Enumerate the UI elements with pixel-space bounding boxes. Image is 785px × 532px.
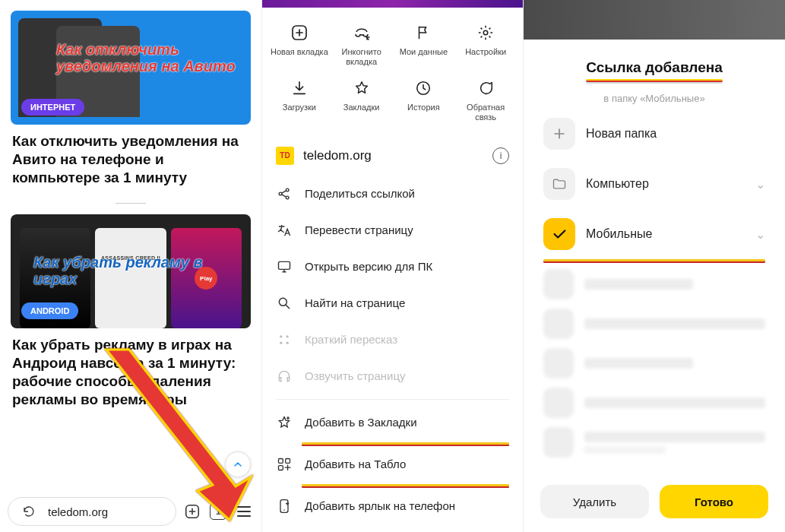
menu-list: Поделиться ссылкой Перевести страницу От… (262, 176, 523, 524)
bookmarks-action[interactable]: Закладки (331, 72, 393, 128)
desktop-version-item[interactable]: Открыть версию для ПК (262, 249, 523, 285)
headphones-icon (276, 368, 293, 385)
settings-action[interactable]: Настройки (454, 17, 517, 72)
svg-rect-14 (279, 458, 283, 463)
gear-icon (476, 23, 495, 43)
browser-page-panel: Как отключить уведомления на Авито ИНТЕР… (0, 0, 261, 532)
chat-icon (476, 78, 495, 98)
svg-point-12 (280, 341, 282, 344)
status-bar-backdrop (262, 0, 523, 8)
menu-label: Перевести страницу (305, 223, 413, 236)
address-bar[interactable]: teledom.org (8, 497, 176, 526)
svg-point-7 (286, 196, 289, 199)
clock-icon (413, 78, 433, 98)
reload-icon[interactable] (19, 502, 39, 521)
share-link-item[interactable]: Поделиться ссылкой (262, 176, 523, 212)
action-buttons-row: Удалить Готово (540, 485, 768, 518)
new-folder-row[interactable]: Новая папка (540, 109, 768, 159)
svg-point-11 (286, 335, 289, 337)
chevron-down-icon: ⌄ (755, 177, 765, 192)
menu-label: Добавить на Табло (305, 458, 406, 470)
plus-square-icon (290, 23, 309, 43)
menu-label: Добавить ярлык на телефон (305, 499, 455, 512)
history-action[interactable]: История (393, 72, 455, 128)
browser-menu-panel: Новая вкладка Инкогнито вкладка Мои данн… (261, 0, 523, 532)
background-banner (524, 0, 785, 40)
incognito-action[interactable]: Инкогнито вкладка (331, 17, 393, 72)
quick-actions-grid: Новая вкладка Инкогнито вкладка Мои данн… (262, 8, 523, 131)
article-thumbnail-2[interactable]: Как убрать рекламу в играх ANDROID (11, 214, 251, 328)
highlight-underline (586, 79, 723, 82)
new-folder-label: Новая папка (586, 127, 765, 141)
menu-divider (276, 399, 509, 400)
plus-icon (543, 118, 575, 150)
info-icon[interactable]: i (492, 147, 509, 164)
quick-label: Обратная связь (456, 103, 515, 122)
svg-point-3 (483, 30, 488, 35)
tab-count: 1 (210, 503, 226, 520)
bookmark-added-panel: Ссылка добавлена в папку «Мобильные» Нов… (523, 0, 785, 532)
thumb-overlay-text: Как убрать рекламу в играх (33, 254, 243, 287)
menu-button[interactable] (234, 502, 254, 521)
svg-point-5 (279, 192, 282, 195)
downloads-action[interactable]: Загрузки (268, 72, 331, 128)
search-icon (276, 295, 293, 312)
highlight-underline (302, 484, 509, 486)
menu-label: Озвучить страницу (305, 369, 406, 382)
scroll-to-top-button[interactable] (225, 451, 251, 477)
folder-label: Мобильные (586, 227, 745, 241)
translate-item[interactable]: Перевести страницу (262, 212, 523, 249)
find-on-page-item[interactable]: Найти на странице (262, 285, 523, 321)
delete-button[interactable]: Удалить (540, 485, 649, 518)
menu-label: Добавить в Закладки (305, 416, 417, 429)
sheet-subtitle: в папку «Мобильные» (540, 93, 768, 104)
category-badge: ANDROID (21, 302, 78, 319)
blurred-bookmarks-list (540, 269, 768, 458)
share-icon (276, 185, 293, 202)
chevron-up-icon (232, 458, 244, 470)
add-shortcut-item[interactable]: Добавить ярлык на телефон (262, 488, 523, 524)
my-data-action[interactable]: Мои данные (393, 17, 455, 72)
download-icon (290, 78, 309, 98)
svg-point-9 (279, 298, 286, 306)
quick-label: Новая вкладка (271, 47, 328, 57)
svg-rect-15 (286, 458, 290, 463)
quick-label: Загрузки (283, 103, 316, 112)
folder-computer-row[interactable]: Компьютер ⌄ (540, 159, 768, 209)
summary-item: Краткий пересказ (262, 321, 523, 358)
quick-label: Инкогнито вкладка (332, 47, 391, 66)
folder-mobile-row[interactable]: Мобильные ⌄ (540, 209, 768, 259)
translate-icon (276, 222, 293, 239)
quick-label: Мои данные (400, 47, 448, 57)
done-button[interactable]: Готово (660, 485, 768, 518)
star-plus-icon (276, 414, 293, 431)
bottom-sheet: Ссылка добавлена в папку «Мобильные» Нов… (528, 44, 780, 532)
feedback-action[interactable]: Обратная связь (454, 72, 517, 128)
new-tab-action[interactable]: Новая вкладка (268, 17, 331, 72)
new-tab-button[interactable] (182, 502, 202, 521)
quick-label: Закладки (343, 103, 380, 112)
quick-label: История (407, 103, 440, 112)
check-icon (543, 218, 575, 250)
category-badge: ИНТЕРНЕТ (21, 99, 84, 116)
highlight-underline (543, 259, 765, 261)
site-url: teledom.org (303, 148, 483, 163)
browser-bottom-bar: teledom.org 1 (0, 491, 261, 532)
sheet-title: Ссылка добавлена (540, 59, 768, 76)
add-bookmark-item[interactable]: Добавить в Закладки (262, 404, 523, 441)
chevron-down-icon: ⌄ (755, 227, 765, 242)
article-thumbnail-1[interactable]: Как отключить уведомления на Авито ИНТЕР… (11, 11, 251, 125)
tabs-button[interactable]: 1 (208, 502, 228, 521)
menu-label: Поделиться ссылкой (305, 187, 415, 200)
star-icon (352, 78, 372, 98)
menu-label: Открыть версию для ПК (305, 260, 432, 273)
incognito-icon (352, 23, 372, 43)
add-tablo-item[interactable]: Добавить на Табло (262, 446, 523, 483)
article-headline-1[interactable]: Как отключить уведомления на Авито на те… (0, 132, 261, 194)
article-headline-2[interactable]: Как убрать рекламу в играх на Андроид на… (0, 336, 261, 416)
menu-label: Краткий пересказ (305, 333, 397, 346)
flag-icon (413, 23, 433, 43)
folder-label: Компьютер (586, 177, 745, 191)
tablo-icon (276, 456, 293, 473)
svg-point-18 (283, 509, 285, 511)
